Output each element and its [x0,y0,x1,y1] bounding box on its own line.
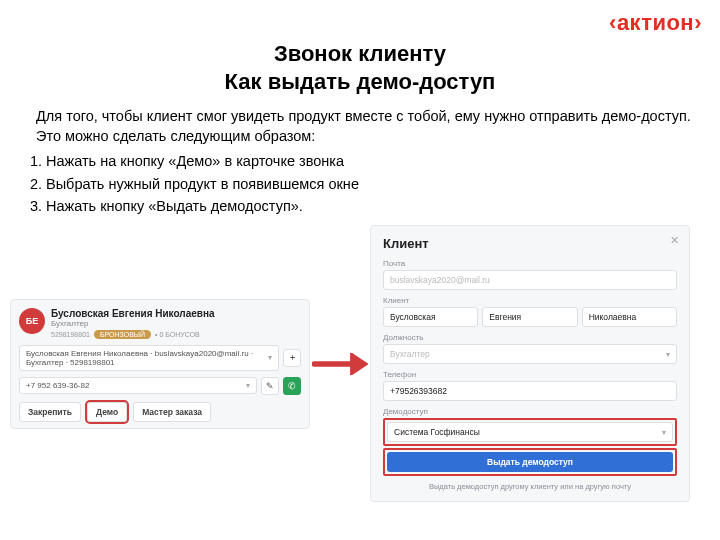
phone-value: +7 952 639-36-82 [26,381,89,390]
mail-value: buslavskaya2020@mail.ru [390,275,490,285]
middlename-value: Николаевна [589,312,637,322]
grant-demo-button[interactable]: Выдать демодоступ [387,452,673,472]
label-mail: Почта [383,259,677,268]
order-wizard-button[interactable]: Мастер заказа [133,402,211,422]
demo-product-select[interactable]: Система Госфинансы ▾ [387,422,673,442]
status-badge: БРОНЗОВЫЙ [94,330,151,339]
page-title: Звонок клиенту Как выдать демо-доступ [0,40,720,95]
phone-select[interactable]: +7 952 639-36-82 ▾ [19,377,257,394]
panel-footer-link[interactable]: Выдать демодоступ другому клиенту или на… [383,482,677,491]
demo-product-value: Система Госфинансы [394,427,480,437]
middlename-field[interactable]: Николаевна [582,307,677,327]
label-client: Клиент [383,296,677,305]
title-line-1: Звонок клиенту [0,40,720,68]
position-value: Бухгалтер [390,349,430,359]
edit-button[interactable]: ✎ [261,377,279,395]
panel-title: Клиент [383,236,677,251]
label-demo: Демодоступ [383,407,677,416]
close-icon[interactable]: ✕ [670,234,679,247]
step-1: Нажать на кнопку «Демо» в карточке звонк… [46,150,696,172]
lastname-field[interactable]: Бусловская [383,307,478,327]
client-id: 5298198801 [51,331,90,338]
call-card: БЕ Бусловская Евгения Николаевна Бухгалт… [10,299,310,429]
phone-field-value: +79526393682 [390,386,447,396]
title-line-2: Как выдать демо-доступ [0,68,720,96]
phone-field[interactable]: +79526393682 [383,381,677,401]
demo-button[interactable]: Демо [87,402,127,422]
brand-logo: ‹актион› [609,10,702,36]
add-contact-button[interactable]: ＋ [283,349,301,367]
mail-field[interactable]: buslavskaya2020@mail.ru [383,270,677,290]
step-2: Выбрать нужный продукт в появившемся окн… [46,173,696,195]
client-role: Бухгалтер [51,319,301,328]
call-button[interactable]: ✆ [283,377,301,395]
grant-button-highlight: Выдать демодоступ [383,448,677,476]
pin-button[interactable]: Закрепить [19,402,81,422]
client-name: Бусловская Евгения Николаевна [51,308,301,319]
chevron-down-icon: ▾ [666,350,670,359]
chevron-down-icon: ▾ [662,428,666,437]
contact-value: Бусловская Евгения Николаевна · buslavsk… [26,349,268,367]
label-position: Должность [383,333,677,342]
avatar: БЕ [19,308,45,334]
chevron-down-icon: ▾ [246,381,250,390]
demo-product-highlight: Система Госфинансы ▾ [383,418,677,446]
label-phone: Телефон [383,370,677,379]
step-3: Нажать кнопку «Выдать демодоступ». [46,195,696,217]
position-field[interactable]: Бухгалтер▾ [383,344,677,364]
arrow-icon [310,353,370,375]
firstname-field[interactable]: Евгения [482,307,577,327]
steps-list: Нажать на кнопку «Демо» в карточке звонк… [28,150,696,217]
lastname-value: Бусловская [390,312,435,322]
intro-text: Для того, чтобы клиент смог увидеть прод… [36,107,696,146]
contact-select[interactable]: Бусловская Евгения Николаевна · buslavsk… [19,345,279,371]
client-tags: 5298198801 БРОНЗОВЫЙ • 0 БОНУСОВ [51,330,301,339]
client-panel: ✕ Клиент Почта buslavskaya2020@mail.ru К… [370,225,690,502]
bonus-text: • 0 БОНУСОВ [155,331,200,338]
phone-icon: ✆ [288,381,296,391]
chevron-down-icon: ▾ [268,353,272,362]
firstname-value: Евгения [489,312,521,322]
